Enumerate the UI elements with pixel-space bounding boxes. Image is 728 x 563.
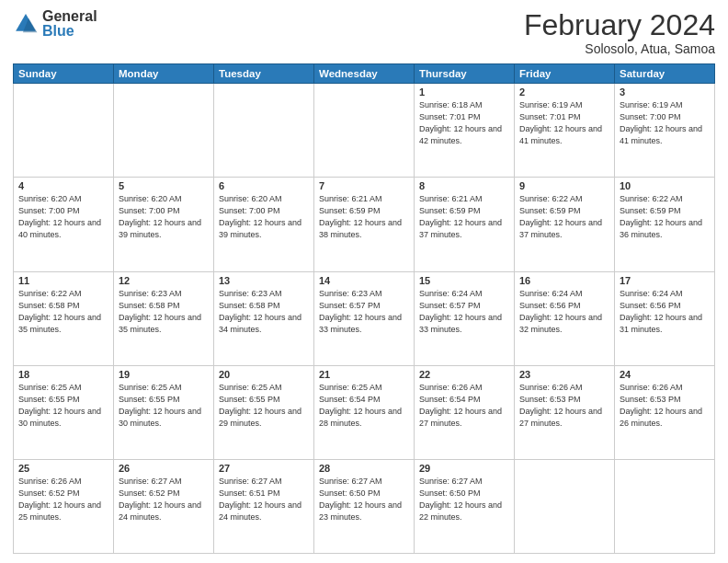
logo: General Blue	[13, 9, 97, 39]
day-info: Sunrise: 6:23 AM Sunset: 6:58 PM Dayligh…	[219, 288, 309, 336]
weekday-header-cell: Tuesday	[214, 64, 314, 84]
day-number: 28	[319, 463, 409, 474]
day-info: Sunrise: 6:26 AM Sunset: 6:52 PM Dayligh…	[18, 476, 108, 523]
day-info: Sunrise: 6:20 AM Sunset: 7:00 PM Dayligh…	[219, 193, 309, 241]
calendar-cell: 26Sunrise: 6:27 AM Sunset: 6:52 PM Dayli…	[114, 459, 214, 553]
day-info: Sunrise: 6:23 AM Sunset: 6:57 PM Dayligh…	[319, 288, 409, 336]
logo-general-text: General	[42, 9, 97, 24]
calendar-title: February 2024	[524, 9, 715, 41]
day-info: Sunrise: 6:25 AM Sunset: 6:55 PM Dayligh…	[219, 382, 309, 430]
day-number: 4	[18, 180, 108, 191]
day-number: 25	[18, 463, 108, 474]
calendar-cell	[615, 459, 715, 553]
day-number: 14	[319, 275, 409, 286]
weekday-header-cell: Monday	[114, 64, 214, 84]
day-number: 1	[419, 86, 509, 98]
day-info: Sunrise: 6:19 AM Sunset: 7:01 PM Dayligh…	[519, 99, 609, 147]
calendar-cell: 1Sunrise: 6:18 AM Sunset: 7:01 PM Daylig…	[415, 84, 515, 178]
calendar-cell: 13Sunrise: 6:23 AM Sunset: 6:58 PM Dayli…	[214, 271, 314, 365]
calendar-cell: 12Sunrise: 6:23 AM Sunset: 6:58 PM Dayli…	[114, 271, 214, 365]
day-info: Sunrise: 6:22 AM Sunset: 6:59 PM Dayligh…	[519, 193, 609, 241]
calendar-cell: 28Sunrise: 6:27 AM Sunset: 6:50 PM Dayli…	[314, 459, 415, 553]
weekday-header-cell: Friday	[515, 64, 615, 84]
day-info: Sunrise: 6:27 AM Sunset: 6:52 PM Dayligh…	[119, 476, 209, 523]
day-info: Sunrise: 6:26 AM Sunset: 6:54 PM Dayligh…	[419, 382, 509, 430]
calendar-cell: 25Sunrise: 6:26 AM Sunset: 6:52 PM Dayli…	[14, 459, 114, 553]
title-block: February 2024 Solosolo, Atua, Samoa	[524, 9, 715, 56]
calendar-cell: 20Sunrise: 6:25 AM Sunset: 6:55 PM Dayli…	[214, 365, 314, 459]
calendar-cell: 3Sunrise: 6:19 AM Sunset: 7:00 PM Daylig…	[615, 84, 715, 178]
calendar-week-row: 25Sunrise: 6:26 AM Sunset: 6:52 PM Dayli…	[14, 459, 715, 553]
day-info: Sunrise: 6:27 AM Sunset: 6:50 PM Dayligh…	[319, 476, 409, 523]
calendar-cell: 19Sunrise: 6:25 AM Sunset: 6:55 PM Dayli…	[114, 365, 214, 459]
calendar-week-row: 1Sunrise: 6:18 AM Sunset: 7:01 PM Daylig…	[14, 84, 715, 178]
day-info: Sunrise: 6:25 AM Sunset: 6:55 PM Dayligh…	[119, 382, 209, 430]
calendar-cell: 10Sunrise: 6:22 AM Sunset: 6:59 PM Dayli…	[615, 178, 715, 271]
calendar-cell: 27Sunrise: 6:27 AM Sunset: 6:51 PM Dayli…	[214, 459, 314, 553]
day-info: Sunrise: 6:24 AM Sunset: 6:57 PM Dayligh…	[419, 288, 509, 336]
calendar-week-row: 11Sunrise: 6:22 AM Sunset: 6:58 PM Dayli…	[14, 271, 715, 365]
calendar-cell: 5Sunrise: 6:20 AM Sunset: 7:00 PM Daylig…	[114, 178, 214, 271]
calendar-subtitle: Solosolo, Atua, Samoa	[524, 41, 715, 56]
day-info: Sunrise: 6:18 AM Sunset: 7:01 PM Dayligh…	[419, 99, 509, 147]
page: General Blue February 2024 Solosolo, Atu…	[0, 0, 728, 563]
calendar-cell: 29Sunrise: 6:27 AM Sunset: 6:50 PM Dayli…	[415, 459, 515, 553]
day-number: 10	[620, 180, 710, 191]
day-info: Sunrise: 6:24 AM Sunset: 6:56 PM Dayligh…	[519, 288, 609, 336]
calendar-body: 1Sunrise: 6:18 AM Sunset: 7:01 PM Daylig…	[14, 84, 715, 554]
calendar-cell: 4Sunrise: 6:20 AM Sunset: 7:00 PM Daylig…	[14, 178, 114, 271]
calendar-cell: 23Sunrise: 6:26 AM Sunset: 6:53 PM Dayli…	[515, 365, 615, 459]
day-number: 2	[519, 86, 609, 98]
calendar-cell	[214, 84, 314, 178]
day-info: Sunrise: 6:21 AM Sunset: 6:59 PM Dayligh…	[419, 193, 509, 241]
day-info: Sunrise: 6:25 AM Sunset: 6:54 PM Dayligh…	[319, 382, 409, 430]
day-info: Sunrise: 6:20 AM Sunset: 7:00 PM Dayligh…	[18, 193, 108, 241]
calendar-cell: 15Sunrise: 6:24 AM Sunset: 6:57 PM Dayli…	[415, 271, 515, 365]
calendar-cell: 9Sunrise: 6:22 AM Sunset: 6:59 PM Daylig…	[515, 178, 615, 271]
logo-blue-text: Blue	[42, 24, 97, 39]
calendar-cell: 7Sunrise: 6:21 AM Sunset: 6:59 PM Daylig…	[314, 178, 415, 271]
weekday-header-row: SundayMondayTuesdayWednesdayThursdayFrid…	[14, 64, 715, 84]
calendar-cell: 11Sunrise: 6:22 AM Sunset: 6:58 PM Dayli…	[14, 271, 114, 365]
calendar-cell: 21Sunrise: 6:25 AM Sunset: 6:54 PM Dayli…	[314, 365, 415, 459]
calendar-week-row: 4Sunrise: 6:20 AM Sunset: 7:00 PM Daylig…	[14, 178, 715, 271]
calendar-cell	[114, 84, 214, 178]
day-info: Sunrise: 6:26 AM Sunset: 6:53 PM Dayligh…	[620, 382, 710, 430]
calendar-cell: 17Sunrise: 6:24 AM Sunset: 6:56 PM Dayli…	[615, 271, 715, 365]
weekday-header-cell: Thursday	[415, 64, 515, 84]
calendar-cell: 18Sunrise: 6:25 AM Sunset: 6:55 PM Dayli…	[14, 365, 114, 459]
day-info: Sunrise: 6:27 AM Sunset: 6:51 PM Dayligh…	[219, 476, 309, 523]
day-info: Sunrise: 6:19 AM Sunset: 7:00 PM Dayligh…	[620, 99, 710, 147]
day-number: 16	[519, 275, 609, 286]
calendar-cell	[14, 84, 114, 178]
day-number: 5	[119, 180, 209, 191]
day-info: Sunrise: 6:27 AM Sunset: 6:50 PM Dayligh…	[419, 476, 509, 523]
day-info: Sunrise: 6:21 AM Sunset: 6:59 PM Dayligh…	[319, 193, 409, 241]
weekday-header-cell: Sunday	[14, 64, 114, 84]
weekday-header-cell: Wednesday	[314, 64, 415, 84]
day-info: Sunrise: 6:22 AM Sunset: 6:59 PM Dayligh…	[620, 193, 710, 241]
calendar-cell: 2Sunrise: 6:19 AM Sunset: 7:01 PM Daylig…	[515, 84, 615, 178]
day-number: 7	[319, 180, 409, 191]
calendar-cell	[314, 84, 415, 178]
calendar-table: SundayMondayTuesdayWednesdayThursdayFrid…	[13, 63, 715, 554]
day-number: 19	[119, 369, 209, 380]
calendar-cell	[515, 459, 615, 553]
day-info: Sunrise: 6:23 AM Sunset: 6:58 PM Dayligh…	[119, 288, 209, 336]
day-info: Sunrise: 6:25 AM Sunset: 6:55 PM Dayligh…	[18, 382, 108, 430]
day-number: 12	[119, 275, 209, 286]
day-info: Sunrise: 6:20 AM Sunset: 7:00 PM Dayligh…	[119, 193, 209, 241]
header: General Blue February 2024 Solosolo, Atu…	[13, 9, 715, 56]
calendar-cell: 16Sunrise: 6:24 AM Sunset: 6:56 PM Dayli…	[515, 271, 615, 365]
day-info: Sunrise: 6:24 AM Sunset: 6:56 PM Dayligh…	[620, 288, 710, 336]
day-number: 26	[119, 463, 209, 474]
logo-icon	[13, 11, 39, 37]
weekday-header-cell: Saturday	[615, 64, 715, 84]
calendar-cell: 6Sunrise: 6:20 AM Sunset: 7:00 PM Daylig…	[214, 178, 314, 271]
day-number: 18	[18, 369, 108, 380]
calendar-cell: 8Sunrise: 6:21 AM Sunset: 6:59 PM Daylig…	[415, 178, 515, 271]
day-number: 6	[219, 180, 309, 191]
day-number: 3	[620, 86, 710, 98]
day-number: 9	[519, 180, 609, 191]
calendar-week-row: 18Sunrise: 6:25 AM Sunset: 6:55 PM Dayli…	[14, 365, 715, 459]
